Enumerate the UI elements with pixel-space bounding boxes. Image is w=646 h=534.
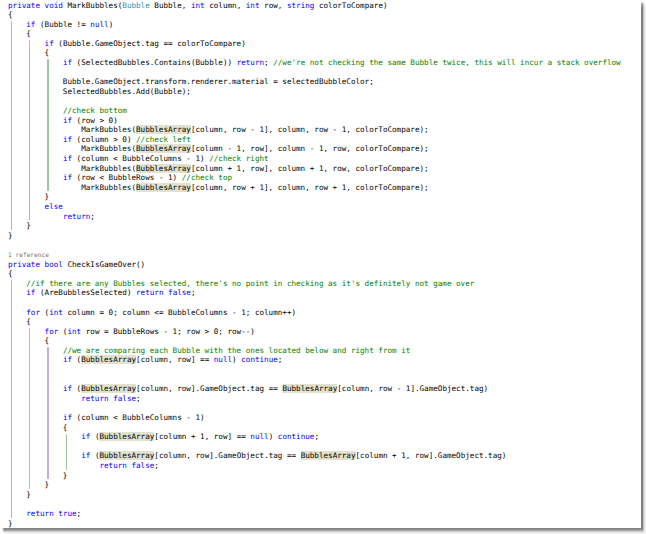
highlighted-symbol: BubblesArray [301, 451, 356, 460]
code-token [8, 135, 63, 144]
code-line[interactable]: for (int row = BubbleRows - 1; row > 0; … [8, 327, 621, 337]
code-line[interactable]: return; [8, 212, 621, 222]
code-token: ; [136, 394, 141, 403]
code-line[interactable]: { [8, 423, 621, 433]
highlighted-symbol: BubblesArray [136, 144, 191, 153]
code-line[interactable]: for (int column = 0; column <= BubbleCol… [8, 308, 621, 318]
code-line[interactable]: { [8, 336, 621, 346]
code-layer[interactable]: private void MarkBubbles(Bubble Bubble, … [8, 1, 621, 529]
code-line[interactable]: private void MarkBubbles(Bubble Bubble, … [8, 1, 621, 11]
code-token: if [63, 135, 72, 144]
code-token: (column < BubbleColumns - 1) [72, 413, 205, 422]
code-line[interactable]: else [8, 202, 621, 212]
code-token: colorToCompare) [314, 1, 387, 10]
code-line[interactable]: if (row > 0) [8, 116, 621, 126]
code-token: [column, row - 1], column, row - 1, colo… [191, 125, 429, 134]
code-token: return [237, 58, 264, 67]
code-token: } [8, 221, 31, 230]
code-line[interactable]: Bubble.GameObject.transform.renderer.mat… [8, 77, 621, 87]
code-line[interactable]: } [8, 480, 621, 490]
code-line[interactable]: } [8, 231, 621, 241]
code-line[interactable]: //if there are any Bubbles selected, the… [8, 279, 621, 289]
code-line[interactable]: if (Bubble.GameObject.tag == colorToComp… [8, 39, 621, 49]
code-line[interactable] [8, 240, 621, 250]
code-line[interactable]: if (column < BubbleColumns - 1) [8, 413, 621, 423]
codelens-reference-count[interactable]: 1 reference [8, 250, 621, 260]
code-line[interactable] [8, 375, 621, 385]
code-token [8, 106, 63, 115]
code-line[interactable]: MarkBubbles(BubblesArray[column - 1, row… [8, 144, 621, 154]
code-token: (AreBubblesSelected) [35, 288, 136, 297]
code-token: } [8, 231, 13, 240]
code-line[interactable]: { [8, 29, 621, 39]
code-line[interactable]: MarkBubbles(BubblesArray[column, row - 1… [8, 125, 621, 135]
code-token [8, 288, 26, 297]
code-line[interactable]: if (column < BubbleColumns - 1) //check … [8, 154, 621, 164]
code-line[interactable]: return false; [8, 461, 621, 471]
code-token: row = BubbleRows - 1; row > 0; row--) [81, 327, 255, 336]
code-token [8, 212, 63, 221]
code-token: MarkBubbles( [8, 183, 136, 192]
code-line[interactable] [8, 96, 621, 106]
code-line[interactable]: if (AreBubblesSelected) return false; [8, 288, 621, 298]
code-line[interactable]: if (BubblesArray[column + 1, row] == nul… [8, 432, 621, 442]
code-line[interactable]: { [8, 10, 621, 20]
code-line[interactable]: if (row < BubbleRows - 1) //check top [8, 173, 621, 183]
code-token: [column + 1, row] == [154, 432, 250, 441]
code-line[interactable]: if (BubblesArray[column, row].GameObject… [8, 451, 621, 461]
code-token [8, 451, 81, 460]
code-line[interactable] [8, 298, 621, 308]
code-token: (column < BubbleColumns - 1) [72, 154, 209, 163]
code-line[interactable]: { [8, 48, 621, 58]
code-token [8, 58, 63, 67]
code-line[interactable] [8, 403, 621, 413]
code-line[interactable]: } [8, 192, 621, 202]
code-token: return [26, 509, 53, 518]
code-token: int [191, 1, 205, 10]
highlighted-symbol: BubblesArray [136, 183, 191, 192]
code-token: { [8, 10, 13, 19]
highlighted-symbol: BubblesArray [99, 432, 154, 441]
code-token: else [45, 202, 63, 211]
code-token: int [49, 308, 63, 317]
code-line[interactable]: MarkBubbles(BubblesArray[column + 1, row… [8, 164, 621, 174]
code-token: ( [72, 384, 81, 393]
code-line[interactable]: if (BubblesArray[column, row].GameObject… [8, 384, 621, 394]
code-line[interactable]: if (column > 0) //check left [8, 135, 621, 145]
code-line[interactable]: } [8, 519, 621, 529]
code-line[interactable]: //we are comparing each Bubble with the … [8, 346, 621, 356]
code-line[interactable]: if (SelectedBubbles.Contains(Bubble)) re… [8, 58, 621, 68]
code-line[interactable] [8, 365, 621, 375]
code-line[interactable]: return true; [8, 509, 621, 519]
code-token: null [250, 432, 268, 441]
code-line[interactable]: MarkBubbles(BubblesArray[column, row + 1… [8, 183, 621, 193]
code-token: Bubble.GameObject.transform.renderer.mat… [8, 77, 374, 86]
code-line[interactable]: if (BubblesArray[column, row] == null) c… [8, 355, 621, 365]
code-line[interactable]: private bool CheckIsGameOver() [8, 260, 621, 270]
code-token: { [8, 29, 31, 38]
code-token [8, 154, 63, 163]
code-line[interactable] [8, 68, 621, 78]
code-editor-surface[interactable]: private void MarkBubbles(Bubble Bubble, … [0, 0, 641, 528]
code-token: (Bubble.GameObject.tag == colorToCompare… [54, 39, 246, 48]
code-line[interactable] [8, 499, 621, 509]
code-line[interactable]: } [8, 471, 621, 481]
code-token: MarkBubbles( [8, 164, 136, 173]
code-line[interactable]: } [8, 221, 621, 231]
code-token: ) [232, 355, 241, 364]
code-line[interactable]: } [8, 490, 621, 500]
code-token: Bubble [122, 1, 149, 10]
code-token: ; [278, 355, 283, 364]
code-token [8, 413, 63, 422]
code-token: null [214, 355, 232, 364]
code-line[interactable]: { [8, 269, 621, 279]
code-token: ) [269, 432, 278, 441]
code-line[interactable]: SelectedBubbles.Add(Bubble); [8, 87, 621, 97]
code-line[interactable]: { [8, 317, 621, 327]
code-token: true [58, 509, 76, 518]
code-line[interactable] [8, 442, 621, 452]
code-line[interactable]: return false; [8, 394, 621, 404]
code-line[interactable]: if (Bubble != null) [8, 20, 621, 30]
code-line[interactable]: //check bottom [8, 106, 621, 116]
code-token: int [67, 327, 81, 336]
